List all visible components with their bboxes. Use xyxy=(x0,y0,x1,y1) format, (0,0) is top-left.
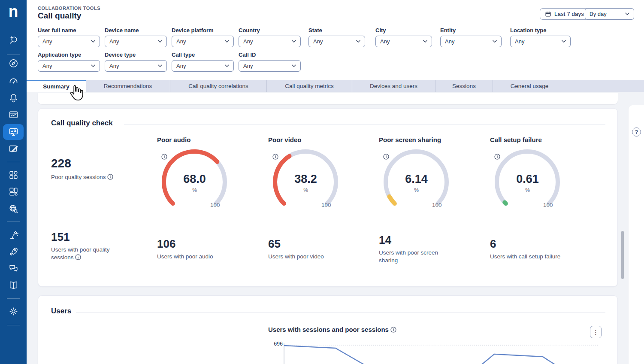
gauge-value: 6.14 xyxy=(379,173,454,186)
filter-select-user-full-name[interactable]: Any xyxy=(38,36,100,47)
sidebar-divider xyxy=(7,221,20,222)
sidebar-divider xyxy=(7,325,20,325)
gauge-poor-video: Poor video 38.2 % 100 xyxy=(268,136,343,214)
filter-value: Any xyxy=(42,63,52,69)
filter-value: Any xyxy=(176,38,186,45)
tab-general-usage[interactable]: General usage xyxy=(493,80,566,92)
alerts-bell-icon[interactable] xyxy=(8,92,19,103)
filter-value: Any xyxy=(445,38,454,45)
tab-call-quality-correlations[interactable]: Call quality correlations xyxy=(170,80,266,92)
filter-select-entity[interactable]: Any xyxy=(440,36,502,47)
filter-label: Application type xyxy=(38,52,81,58)
users-card: Users Users with sessions and poor sessi… xyxy=(38,295,618,364)
date-range-button[interactable]: Last 7 days xyxy=(540,8,589,20)
filter-value: Any xyxy=(243,63,253,69)
chevron-down-icon xyxy=(292,64,296,67)
chevron-down-icon xyxy=(625,12,629,15)
granularity-select[interactable]: By day xyxy=(585,8,634,20)
filter-label: Entity xyxy=(440,27,456,33)
gauge-title: Poor screen sharing xyxy=(379,136,454,143)
stat-users-poor-quality-sessions: 151 Users with poor quality sessions xyxy=(51,231,120,261)
main-area: COLLABORATION TOOLS Call quality Last 7 … xyxy=(27,0,644,364)
tab-recommendations[interactable]: Recommendations xyxy=(86,80,170,92)
stat-value: 65 xyxy=(268,237,363,251)
gauge-unit: % xyxy=(379,187,454,193)
lab-lamp-icon[interactable] xyxy=(8,229,19,240)
filter-select-device-name[interactable]: Any xyxy=(105,36,167,47)
sidebar: n xyxy=(0,0,27,364)
filter-label: Country xyxy=(239,27,260,33)
cursor-pointer-icon xyxy=(69,84,84,104)
filter-select-city[interactable]: Any xyxy=(375,36,432,47)
info-icon[interactable] xyxy=(272,154,278,160)
filter-value: Any xyxy=(109,63,119,69)
poor-quality-sessions-count: 228 xyxy=(51,157,71,170)
compass-icon[interactable] xyxy=(8,58,19,69)
info-icon[interactable] xyxy=(75,254,81,260)
gauge-poor-screen-sharing: Poor screen sharing 6.14 % 100 xyxy=(379,136,454,214)
page-title: Call quality xyxy=(38,11,81,21)
gauge-unit: % xyxy=(268,187,343,193)
filter-value: Any xyxy=(313,38,323,45)
gauge-icon[interactable] xyxy=(8,75,19,86)
filter-value: Any xyxy=(42,38,52,45)
filter-select-call-id[interactable]: Any xyxy=(239,60,301,72)
feedback-chat-icon[interactable] xyxy=(8,263,19,274)
gauge-value: 0.61 xyxy=(490,173,565,186)
stat-value: 14 xyxy=(379,234,447,247)
gauge-call-setup-failure: Call setup failure 0.61 % 100 xyxy=(490,136,565,214)
stat-value: 151 xyxy=(51,231,120,244)
filter-label: Call type xyxy=(172,52,195,58)
info-icon[interactable] xyxy=(494,154,500,160)
breadcrumb: COLLABORATION TOOLS xyxy=(38,6,100,11)
chevron-down-icon xyxy=(225,40,229,43)
tab-bar: Summary Recommendations Call quality cor… xyxy=(27,80,644,92)
date-range-label: Last 7 days xyxy=(554,11,584,17)
edit-window-icon[interactable] xyxy=(8,143,19,154)
gauge-poor-audio: Poor audio 68.0 % 100 xyxy=(157,136,232,214)
filter-select-application-type[interactable]: Any xyxy=(38,60,100,72)
tab-sessions[interactable]: Sessions xyxy=(435,80,493,92)
filter-label: State xyxy=(308,27,322,33)
documentation-book-icon[interactable] xyxy=(8,279,19,291)
filter-value: Any xyxy=(176,63,186,69)
filter-select-state[interactable]: Any xyxy=(308,36,365,47)
filter-value: Any xyxy=(243,38,253,45)
filter-select-country[interactable]: Any xyxy=(239,36,301,47)
filter-select-location-type[interactable]: Any xyxy=(510,36,571,47)
filter-label: Device platform xyxy=(172,27,214,33)
chevron-down-icon xyxy=(562,40,566,43)
help-icon[interactable]: ? xyxy=(632,127,641,136)
info-icon[interactable] xyxy=(107,174,113,180)
chevron-down-icon xyxy=(356,40,360,43)
collaboration-experience-icon[interactable] xyxy=(8,126,19,137)
layout-blocks-icon[interactable] xyxy=(8,186,19,197)
filter-label: Call ID xyxy=(239,52,256,58)
stat-users-poor-screen-sharing: 14 Users with poor screen sharing xyxy=(379,234,447,264)
info-icon[interactable] xyxy=(161,154,167,160)
settings-gear-icon[interactable] xyxy=(8,306,19,317)
gauge-title: Poor video xyxy=(268,136,343,143)
gauge-max-label: 100 xyxy=(543,202,553,208)
rocket-icon[interactable] xyxy=(8,246,19,257)
vertical-scrollbar-thumb[interactable] xyxy=(621,231,624,279)
filter-select-device-platform[interactable]: Any xyxy=(172,36,234,47)
filter-value: Any xyxy=(109,38,119,45)
apps-grid-icon[interactable] xyxy=(8,169,19,180)
investigate-globe-icon[interactable] xyxy=(8,203,19,214)
info-icon[interactable] xyxy=(383,154,389,160)
sidebar-divider xyxy=(7,162,20,162)
filter-label: Device type xyxy=(105,52,136,58)
filter-label: User full name xyxy=(38,27,76,33)
chevron-down-icon xyxy=(91,64,95,67)
filter-label: Location type xyxy=(510,27,547,33)
filter-label: Device name xyxy=(105,27,139,33)
filter-select-device-type[interactable]: Any xyxy=(105,60,167,72)
ai-search-icon[interactable] xyxy=(8,34,19,46)
monitor-chart-icon[interactable] xyxy=(8,109,19,120)
tab-devices-and-users[interactable]: Devices and users xyxy=(352,80,435,92)
tab-call-quality-metrics[interactable]: Call quality metrics xyxy=(266,80,352,92)
gauge-unit: % xyxy=(157,187,232,193)
tab-bar-filler xyxy=(566,80,644,92)
filter-select-call-type[interactable]: Any xyxy=(172,60,234,72)
